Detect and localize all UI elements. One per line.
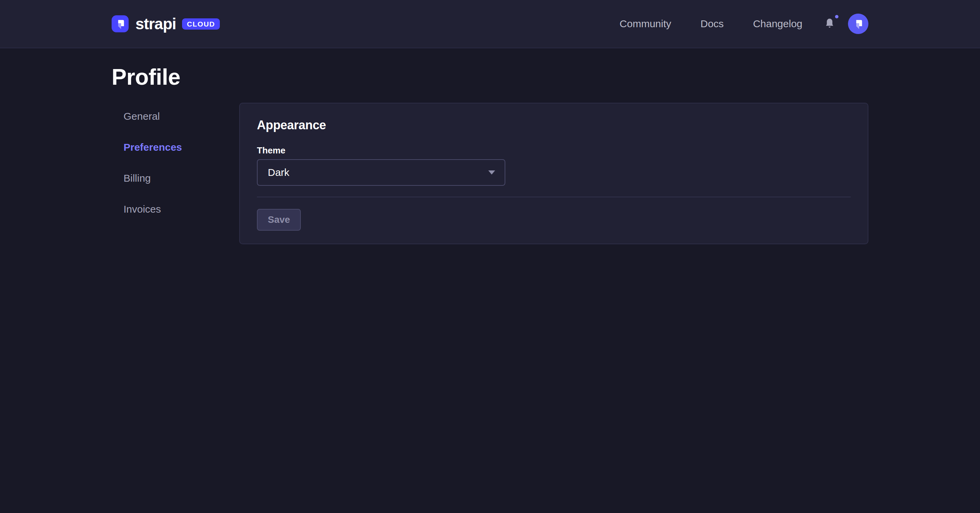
profile-sidebar: General Preferences Billing Invoices — [111, 103, 239, 215]
sidebar-item-invoices[interactable]: Invoices — [124, 203, 239, 215]
nav-link-changelog[interactable]: Changelog — [753, 19, 802, 29]
notification-dot — [835, 15, 838, 18]
page-title: Profile — [111, 64, 869, 90]
sidebar-item-preferences[interactable]: Preferences — [124, 141, 239, 153]
strapi-wordmark: strapi — [135, 16, 176, 32]
theme-select[interactable]: Dark — [257, 159, 505, 186]
bell-icon — [825, 18, 834, 30]
card-divider — [257, 197, 851, 197]
strapi-cloud-logo[interactable]: strapi CLOUD — [111, 15, 220, 32]
nav-link-docs[interactable]: Docs — [701, 19, 724, 29]
theme-select-value: Dark — [268, 167, 289, 178]
strapi-logo-icon — [111, 15, 129, 32]
profile-page: Profile General Preferences Billing Invo… — [111, 48, 869, 244]
theme-label: Theme — [257, 145, 851, 156]
user-avatar[interactable] — [848, 14, 869, 34]
top-navbar: strapi CLOUD Community Docs Changelog — [0, 0, 980, 48]
sidebar-item-billing[interactable]: Billing — [124, 172, 239, 184]
save-button[interactable]: Save — [257, 209, 301, 231]
sidebar-item-general[interactable]: General — [124, 110, 239, 122]
strapi-avatar-icon — [853, 18, 864, 30]
notifications-button[interactable] — [825, 18, 834, 30]
appearance-card: Appearance Theme Dark Save — [239, 103, 869, 244]
appearance-card-title: Appearance — [257, 118, 851, 133]
nav-link-community[interactable]: Community — [620, 19, 671, 29]
cloud-badge: CLOUD — [182, 18, 220, 30]
navbar-links: Community Docs Changelog — [620, 19, 802, 29]
chevron-down-icon — [488, 170, 495, 175]
